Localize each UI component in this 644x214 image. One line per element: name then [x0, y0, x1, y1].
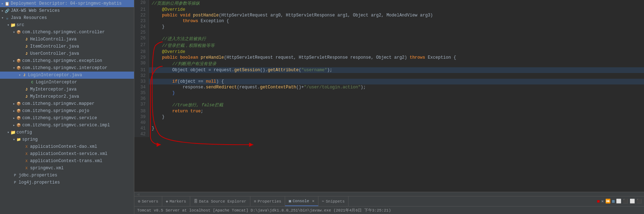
- tree-item-jdbc-properties[interactable]: P jdbc.properties: [0, 172, 134, 179]
- xml-icon: X: [24, 165, 29, 171]
- tree-item-pkg-controller[interactable]: ▾ 📦 com.itzheng.springmvc.controller: [0, 29, 134, 36]
- tree-item-pkg-exception[interactable]: ▸ 📦 com.itzheng.springmvc.exception: [0, 57, 134, 64]
- snippets-icon: ✂: [322, 199, 325, 204]
- tree-item-spring[interactable]: ▾ 📁 spring: [0, 136, 134, 143]
- arrow-icon: ▸: [1, 1, 4, 6]
- tree-item-pkg-mapper[interactable]: ▸ 📦 com.itzheng.springmvc.mapper: [0, 100, 134, 107]
- line-number: 25: [134, 30, 149, 35]
- code-line-27: 27 //登录拦截，权限检验等等: [134, 42, 644, 49]
- arrow-icon: ▸: [13, 116, 15, 120]
- tab-console[interactable]: ▣ Console ✕: [285, 196, 318, 206]
- line-content: //判断用户有没有登录: [149, 60, 644, 67]
- tree-item-login-interceptor[interactable]: ▾ J LoginInterceptor.java: [0, 72, 134, 79]
- tab-label: Servers: [142, 199, 158, 204]
- console-toolbar: ■ ✕ ⏩ ▦ ⬜ ⬛ ⬜ ⬛: [595, 196, 644, 206]
- tree-label: config: [16, 130, 32, 135]
- tree-label: applicationContext-service.xml: [30, 151, 107, 156]
- tree-item-item-controller[interactable]: J ItemController.java: [0, 43, 134, 50]
- code-line-21: 21 @Override: [134, 7, 644, 13]
- line-content: return true;: [149, 108, 644, 114]
- arrow-icon: ▾: [7, 23, 9, 27]
- tree-label: com.itzheng.springmvc.service.impl: [22, 123, 110, 128]
- remove-icon[interactable]: ✕: [601, 199, 604, 204]
- line-number: 26: [134, 35, 149, 42]
- toolbar-icon-3[interactable]: ⬜: [616, 199, 621, 204]
- tab-servers[interactable]: ⚙ Servers: [134, 196, 162, 206]
- line-number: 40: [134, 120, 149, 126]
- tree-item-app-context-service[interactable]: X applicationContext-service.xml: [0, 150, 134, 157]
- close-icon[interactable]: ✕: [312, 199, 314, 203]
- java-file-icon: J: [24, 94, 29, 99]
- tree-item-springmvc-xml[interactable]: X springmvc.xml: [0, 165, 134, 172]
- toolbar-icon-5[interactable]: ⬜: [630, 199, 635, 204]
- stop-icon[interactable]: ■: [597, 199, 600, 204]
- tab-markers[interactable]: ◈ Markers: [162, 196, 190, 206]
- pkg-icon: 📦: [16, 29, 21, 35]
- tree-item-login-interceptor-class[interactable]: C LoginInterceptor: [0, 79, 134, 86]
- tree-item-pkg-pojo[interactable]: ▸ 📦 com.itzheng.springmvc.pojo: [0, 107, 134, 115]
- line-number: 23: [134, 18, 149, 24]
- line-number: 27: [134, 42, 149, 49]
- code-content: 20 //页面的公用参数等操纵 21 @Override 22 public v…: [134, 0, 644, 192]
- tree-item-pkg-service[interactable]: ▸ 📦 com.itzheng.springmvc.service: [0, 115, 134, 122]
- file-explorer[interactable]: ▸ 📋 Deployment Descriptor: 04-springmvc-…: [0, 0, 134, 214]
- tree-item-config[interactable]: ▾ 📁 config: [0, 129, 134, 136]
- tab-snippets[interactable]: ✂ Snippets: [318, 196, 349, 206]
- pkg-icon: 📦: [16, 115, 21, 121]
- tree-label: jdbc.properties: [19, 173, 57, 178]
- tree-label: applicationContext-trans.xml: [30, 159, 102, 164]
- toolbar-icon-4[interactable]: ⬛: [623, 199, 628, 204]
- code-line-30: 30 //判断用户有没有登录: [134, 60, 644, 67]
- arrow-icon: ▸: [1, 9, 4, 13]
- tree-label: com.itzheng.springmvc.interceptor: [22, 65, 107, 70]
- tree-label: log4j.properties: [19, 180, 60, 185]
- code-line-33: 33 if(object == null) {: [134, 79, 644, 84]
- toolbar-icon-2[interactable]: ▦: [612, 199, 615, 204]
- tree-item-java-resources[interactable]: ▾ ☕ Java Resources: [0, 14, 134, 21]
- server-icon: ⚙: [138, 199, 140, 204]
- tree-item-app-context-dao[interactable]: X applicationContext-dao.xml: [0, 143, 134, 150]
- horizontal-scrollbar[interactable]: ◁: [134, 192, 644, 196]
- line-content: throws Exception {: [149, 18, 644, 24]
- line-number: 28: [134, 49, 149, 55]
- tree-item-src[interactable]: ▾ 📁 src: [0, 21, 134, 29]
- bottom-tabs: ⚙ Servers ◈ Markers 🗄 Data Source Explor…: [134, 196, 644, 206]
- toolbar-icon-6[interactable]: ⬛: [636, 199, 642, 204]
- arrow-icon: ▾: [7, 130, 9, 135]
- tree-item-log4j-properties[interactable]: P log4j.properties: [0, 179, 134, 186]
- line-content: }: [149, 24, 644, 30]
- tree-label: com.itzheng.springmvc.controller: [22, 30, 105, 35]
- tab-properties[interactable]: ≡ Properties: [250, 196, 285, 206]
- tree-item-my-interceptor2[interactable]: J MyInterceptor2.java: [0, 93, 134, 100]
- tree-item-hello-controller[interactable]: J HelloControll.java: [0, 36, 134, 43]
- line-content: }: [149, 90, 644, 96]
- tree-item-pkg-interceptor[interactable]: ▾ 📦 com.itzheng.springmvc.interceptor: [0, 64, 134, 72]
- tree-item-my-interceptor[interactable]: J MyInterceptor.java: [0, 86, 134, 93]
- tree-item-deployment[interactable]: ▸ 📋 Deployment Descriptor: 04-springmvc-…: [0, 0, 134, 7]
- tree-item-jaxws[interactable]: ▸ 🔗 JAX-WS Web Services: [0, 7, 134, 14]
- line-number: 35: [134, 90, 149, 96]
- tree-label: MyInterceptor2.java: [30, 94, 79, 99]
- line-content: //登录拦截，权限检验等等: [149, 42, 644, 49]
- line-content: public void postHandle(HttpServletReques…: [149, 13, 644, 18]
- code-line-20: 20 //页面的公用参数等操纵: [134, 0, 644, 7]
- line-content: [149, 96, 644, 102]
- line-content: Object object = request.getSession().get…: [149, 67, 644, 73]
- status-text: Tomcat v8.5 Server at localhost [Apache …: [137, 208, 391, 213]
- tree-item-user-controller[interactable]: J UserController.java: [0, 50, 134, 57]
- tree-item-app-context-trans[interactable]: X applicationContext-trans.xml: [0, 157, 134, 165]
- tab-datasource[interactable]: 🗄 Data Source Explorer: [190, 196, 250, 206]
- tree-label: UserController.java: [30, 51, 79, 56]
- java-resources-icon: ☕: [4, 15, 10, 21]
- pkg-icon: 📦: [16, 65, 21, 71]
- arrow-icon: ▾: [13, 137, 15, 142]
- code-table: 20 //页面的公用参数等操纵 21 @Override 22 public v…: [134, 0, 644, 137]
- toolbar-icon-1[interactable]: ⏩: [605, 199, 611, 204]
- tree-item-pkg-service-impl[interactable]: ▸ 📦 com.itzheng.springmvc.service.impl: [0, 122, 134, 129]
- line-number: 37: [134, 102, 149, 108]
- code-line-35: 35 }: [134, 90, 644, 96]
- code-line-23: 23 throws Exception {: [134, 18, 644, 24]
- line-number: 33: [134, 79, 149, 84]
- arrow-icon: ▾: [19, 73, 21, 77]
- props-icon: P: [12, 172, 18, 178]
